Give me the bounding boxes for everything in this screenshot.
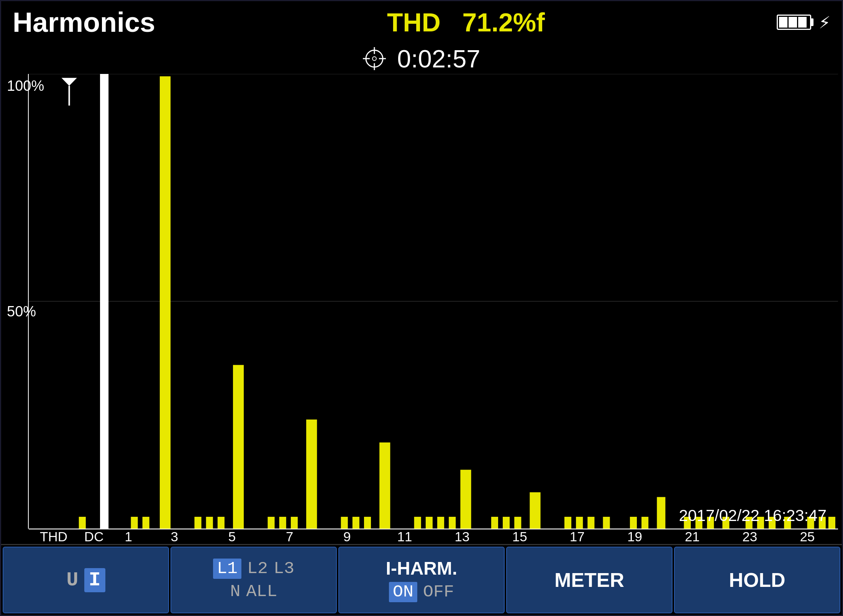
svg-rect-18 xyxy=(218,517,225,529)
svg-rect-40 xyxy=(603,517,610,529)
svg-rect-29 xyxy=(426,517,433,529)
x-label-thd: THD xyxy=(31,529,77,544)
svg-rect-14 xyxy=(143,517,149,529)
svg-rect-20 xyxy=(268,517,275,529)
thd-label: THD xyxy=(387,8,441,37)
svg-rect-12 xyxy=(79,517,86,529)
svg-rect-42 xyxy=(641,517,648,529)
svg-rect-35 xyxy=(514,517,521,529)
x-label-7: 7 xyxy=(261,529,318,544)
x-label-25: 25 xyxy=(779,529,836,544)
crosshair-icon xyxy=(363,47,386,70)
toolbar-btn-ui[interactable]: U I xyxy=(3,547,169,613)
y-label-50: 50% xyxy=(7,303,26,320)
svg-rect-30 xyxy=(437,517,444,529)
screen: Harmonics THD 71.2%f ⚡ xyxy=(0,0,843,616)
header-right: ⚡ xyxy=(777,11,830,34)
toolbar-btn-lines[interactable]: L1 L2 L3 N ALL xyxy=(171,547,337,613)
svg-rect-13 xyxy=(131,517,138,529)
btn-u[interactable]: U xyxy=(66,569,78,591)
svg-rect-17 xyxy=(206,517,213,529)
svg-rect-27 xyxy=(379,442,390,529)
svg-rect-36 xyxy=(530,492,540,529)
svg-rect-25 xyxy=(353,517,359,529)
svg-rect-37 xyxy=(564,517,571,529)
svg-rect-54 xyxy=(828,517,835,529)
y-axis: 100% 50% xyxy=(5,74,28,544)
x-label-17: 17 xyxy=(548,529,606,544)
time-display: 0:02:57 xyxy=(397,44,481,73)
svg-rect-39 xyxy=(587,517,594,529)
x-label-1: 1 xyxy=(111,529,146,544)
x-label-13: 13 xyxy=(433,529,491,544)
btn-n[interactable]: N xyxy=(230,582,240,601)
x-axis: THD DC 1 3 5 7 9 11 13 15 17 19 21 23 25 xyxy=(29,529,838,544)
svg-rect-11 xyxy=(100,74,108,529)
btn-all[interactable]: ALL xyxy=(246,582,277,601)
svg-rect-43 xyxy=(657,497,665,529)
battery-icon xyxy=(777,15,811,30)
svg-marker-9 xyxy=(61,78,77,86)
btn-i[interactable]: I xyxy=(84,568,105,592)
toolbar-btn-lines-row2: N ALL xyxy=(230,582,277,601)
svg-rect-21 xyxy=(279,517,286,529)
btn-meter-label: METER xyxy=(554,568,624,591)
svg-rect-32 xyxy=(460,470,471,529)
svg-rect-38 xyxy=(576,517,583,529)
x-label-15: 15 xyxy=(491,529,548,544)
btn-iharm-label: I-HARM. xyxy=(386,558,458,579)
toolbar-btn-iharm-row2: ON OFF xyxy=(389,582,454,602)
btn-iharm-on[interactable]: ON xyxy=(389,582,417,602)
toolbar: U I L1 L2 L3 N ALL I-HARM. ON OFF xyxy=(1,544,842,615)
svg-rect-28 xyxy=(414,517,421,529)
svg-rect-34 xyxy=(503,517,510,529)
header: Harmonics THD 71.2%f ⚡ xyxy=(1,1,842,43)
sub-header: 0:02:57 xyxy=(1,43,842,74)
btn-l3[interactable]: L3 xyxy=(274,559,294,578)
toolbar-btn-hold[interactable]: HOLD xyxy=(674,547,840,613)
btn-iharm-off[interactable]: OFF xyxy=(423,582,454,602)
toolbar-btn-ui-row: U I xyxy=(66,568,105,592)
plug-icon: ⚡ xyxy=(819,11,830,34)
x-label-23: 23 xyxy=(721,529,779,544)
btn-l1[interactable]: L1 xyxy=(213,559,241,579)
x-label-dc: DC xyxy=(77,529,111,544)
btn-hold-label: HOLD xyxy=(729,568,785,591)
thd-display: THD 71.2%f xyxy=(387,7,545,37)
x-label-19: 19 xyxy=(606,529,663,544)
svg-rect-24 xyxy=(341,517,348,529)
battery xyxy=(777,15,811,30)
chart-container: 100% 50% xyxy=(5,74,838,544)
svg-rect-33 xyxy=(491,517,498,529)
chart-svg xyxy=(29,74,838,529)
battery-bar-3 xyxy=(798,17,807,28)
x-label-21: 21 xyxy=(664,529,721,544)
x-label-3: 3 xyxy=(146,529,203,544)
svg-rect-26 xyxy=(364,517,371,529)
clock-area: 0:02:57 xyxy=(363,44,481,73)
date-stamp: 2017/02/22 16:23:47 xyxy=(679,506,827,525)
svg-rect-41 xyxy=(630,517,637,529)
thd-value: 71.2%f xyxy=(463,8,545,37)
x-label-11: 11 xyxy=(376,529,433,544)
svg-rect-19 xyxy=(233,365,244,529)
svg-rect-22 xyxy=(291,517,298,529)
x-label-5: 5 xyxy=(203,529,261,544)
x-label-9: 9 xyxy=(318,529,376,544)
toolbar-btn-meter[interactable]: METER xyxy=(506,547,672,613)
svg-rect-23 xyxy=(306,419,317,529)
btn-l2[interactable]: L2 xyxy=(247,559,268,578)
battery-bar xyxy=(779,17,787,28)
page-title: Harmonics xyxy=(13,7,155,38)
toolbar-btn-iharm[interactable]: I-HARM. ON OFF xyxy=(338,547,505,613)
svg-rect-16 xyxy=(194,517,201,529)
svg-point-5 xyxy=(372,57,376,61)
svg-rect-15 xyxy=(160,76,171,529)
y-label-100: 100% xyxy=(7,78,26,94)
svg-rect-31 xyxy=(449,517,456,529)
toolbar-btn-lines-row1: L1 L2 L3 xyxy=(213,559,294,579)
battery-bar-2 xyxy=(789,17,797,28)
x-labels: THD DC 1 3 5 7 9 11 13 15 17 19 21 23 25 xyxy=(29,529,838,544)
